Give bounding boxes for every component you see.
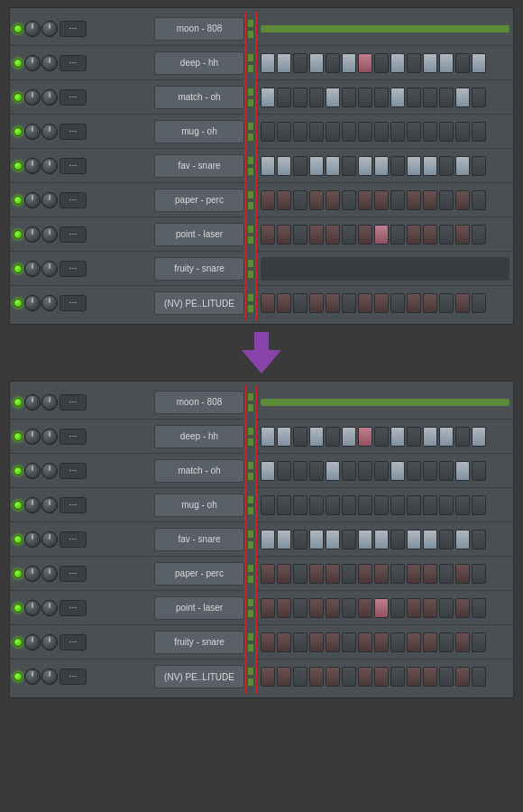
step-button[interactable] xyxy=(423,427,437,447)
track-led[interactable] xyxy=(14,569,23,578)
track-led[interactable] xyxy=(14,466,23,475)
step-button[interactable] xyxy=(374,427,389,447)
pan-knob[interactable] xyxy=(41,261,58,277)
step-button[interactable] xyxy=(358,225,372,245)
step-button[interactable] xyxy=(277,667,291,687)
step-button[interactable] xyxy=(293,598,307,618)
step-button[interactable] xyxy=(293,88,307,107)
step-button[interactable] xyxy=(423,667,437,687)
step-button[interactable] xyxy=(309,461,324,481)
track-dash-button[interactable]: --- xyxy=(60,497,87,513)
step-button[interactable] xyxy=(261,190,275,210)
step-button[interactable] xyxy=(472,495,486,515)
step-button[interactable] xyxy=(390,190,405,210)
step-button[interactable] xyxy=(358,156,372,176)
step-button[interactable] xyxy=(293,632,307,652)
track-name-label[interactable]: moon - 808 xyxy=(154,391,244,414)
pan-knob[interactable] xyxy=(41,226,58,243)
step-button[interactable] xyxy=(342,427,356,447)
pan-knob[interactable] xyxy=(41,566,58,582)
volume-knob[interactable] xyxy=(24,124,41,140)
step-button[interactable] xyxy=(309,564,324,584)
step-button[interactable] xyxy=(455,564,470,584)
volume-knob[interactable] xyxy=(24,531,41,548)
step-button[interactable] xyxy=(277,598,291,618)
step-button[interactable] xyxy=(407,461,421,481)
step-button[interactable] xyxy=(423,461,437,481)
step-button[interactable] xyxy=(326,190,340,210)
pan-knob[interactable] xyxy=(41,429,58,445)
step-button[interactable] xyxy=(309,156,324,176)
step-button[interactable] xyxy=(342,495,356,515)
step-button[interactable] xyxy=(407,564,421,584)
step-button[interactable] xyxy=(472,225,486,245)
step-button[interactable] xyxy=(261,225,275,245)
track-name-label[interactable]: mug - oh xyxy=(154,494,244,517)
step-button[interactable] xyxy=(277,122,291,142)
step-button[interactable] xyxy=(439,598,454,618)
track-name-label[interactable]: fav - snare xyxy=(154,154,244,178)
step-button[interactable] xyxy=(293,156,307,176)
step-button[interactable] xyxy=(326,156,340,176)
volume-knob[interactable] xyxy=(24,429,41,445)
track-dash-button[interactable]: --- xyxy=(60,158,87,174)
step-button[interactable] xyxy=(309,667,324,687)
step-button[interactable] xyxy=(374,156,389,176)
step-button[interactable] xyxy=(261,293,275,313)
step-button[interactable] xyxy=(423,122,437,142)
step-button[interactable] xyxy=(390,598,405,618)
track-dash-button[interactable]: --- xyxy=(60,394,87,411)
track-dash-button[interactable]: --- xyxy=(60,192,87,208)
step-button[interactable] xyxy=(374,495,389,515)
step-button[interactable] xyxy=(326,461,340,481)
track-dash-button[interactable]: --- xyxy=(60,634,87,651)
volume-knob[interactable] xyxy=(24,21,41,37)
step-button[interactable] xyxy=(261,427,275,447)
track-led[interactable] xyxy=(14,230,23,239)
step-button[interactable] xyxy=(342,564,356,584)
step-button[interactable] xyxy=(472,53,486,73)
step-button[interactable] xyxy=(455,190,470,210)
volume-knob[interactable] xyxy=(24,634,41,651)
volume-knob[interactable] xyxy=(24,295,41,311)
step-button[interactable] xyxy=(407,53,421,73)
step-button[interactable] xyxy=(277,461,291,481)
step-button[interactable] xyxy=(439,53,454,73)
step-button[interactable] xyxy=(455,293,470,313)
step-button[interactable] xyxy=(472,122,486,142)
step-button[interactable] xyxy=(342,530,356,549)
step-button[interactable] xyxy=(423,564,437,584)
step-button[interactable] xyxy=(358,293,372,313)
track-dash-button[interactable]: --- xyxy=(60,531,87,548)
volume-knob[interactable] xyxy=(24,394,41,411)
step-button[interactable] xyxy=(309,293,324,313)
step-button[interactable] xyxy=(358,598,372,618)
step-button[interactable] xyxy=(277,564,291,584)
step-button[interactable] xyxy=(390,564,405,584)
step-button[interactable] xyxy=(423,495,437,515)
step-button[interactable] xyxy=(326,530,340,549)
step-button[interactable] xyxy=(455,427,470,447)
step-button[interactable] xyxy=(390,156,405,176)
step-button[interactable] xyxy=(309,53,324,73)
track-name-label[interactable]: point - laser xyxy=(154,223,244,246)
step-button[interactable] xyxy=(374,564,389,584)
step-button[interactable] xyxy=(439,88,454,107)
step-button[interactable] xyxy=(374,667,389,687)
pan-knob[interactable] xyxy=(41,394,58,411)
track-name-label[interactable]: (NV) PE..LITUDE xyxy=(154,291,244,315)
step-button[interactable] xyxy=(261,461,275,481)
track-led[interactable] xyxy=(14,604,23,613)
step-button[interactable] xyxy=(423,190,437,210)
step-button[interactable] xyxy=(326,667,340,687)
step-button[interactable] xyxy=(390,53,405,73)
step-button[interactable] xyxy=(293,530,307,549)
step-button[interactable] xyxy=(423,530,437,549)
track-name-label[interactable]: fruity - snare xyxy=(154,257,244,281)
track-led[interactable] xyxy=(14,127,23,136)
track-dash-button[interactable]: --- xyxy=(60,226,87,243)
step-button[interactable] xyxy=(358,427,372,447)
track-dash-button[interactable]: --- xyxy=(60,261,87,277)
track-led[interactable] xyxy=(14,59,23,68)
step-button[interactable] xyxy=(261,598,275,618)
